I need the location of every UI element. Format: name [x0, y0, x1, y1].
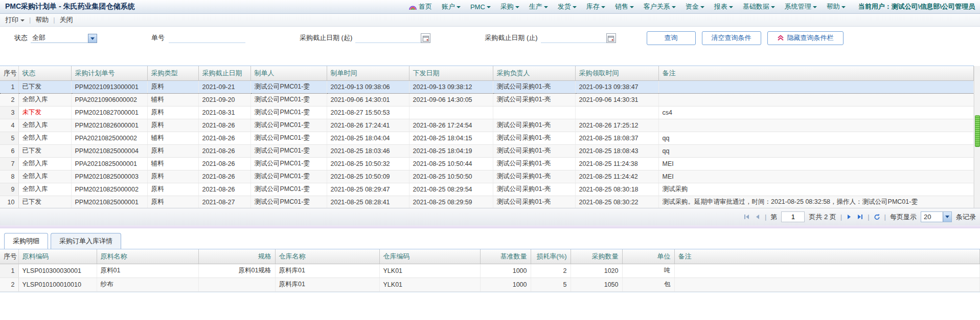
- table-row[interactable]: 2全部入库PPA20210906000002辅料2021-09-20测试公司PM…: [0, 93, 974, 106]
- main-column-header[interactable]: 制单时间: [327, 66, 409, 80]
- hide-filter-bar-button[interactable]: 隐藏查询条件栏: [767, 31, 844, 45]
- main-column-header[interactable]: 备注: [658, 66, 974, 80]
- chevron-down-icon: [20, 19, 25, 22]
- table-row[interactable]: 8全部入库PPM20210825000003原料2021-08-26测试公司PM…: [0, 170, 974, 183]
- main-column-header[interactable]: 状态: [18, 66, 71, 80]
- calendar-icon[interactable]: [606, 33, 616, 43]
- nav-item-2[interactable]: 采购: [500, 2, 519, 11]
- nav-item-4[interactable]: 发货: [558, 2, 577, 11]
- table-cell: 1: [0, 264, 18, 278]
- main-column-header[interactable]: 采购负责人: [493, 66, 575, 80]
- detail-column-header[interactable]: 基准数量: [480, 249, 531, 264]
- main-column-header[interactable]: 采购类型: [147, 66, 198, 80]
- nav-item-6[interactable]: 销售: [615, 2, 634, 11]
- table-cell: 2021-09-13 09:38:12: [409, 80, 493, 93]
- detail-column-header[interactable]: 单位: [622, 249, 674, 264]
- table-cell: 原料: [147, 106, 198, 119]
- prev-page-icon[interactable]: [754, 214, 761, 220]
- table-cell: 2021-08-25 18:04:15: [409, 132, 493, 144]
- detail-column-header[interactable]: 备注: [674, 249, 980, 264]
- table-row[interactable]: 2YLSP010100010010纱布原料库01YLK01100051050包: [0, 278, 980, 291]
- table-row[interactable]: 1已下发PPM20210913000001原料2021-09-21测试公司PMC…: [0, 80, 974, 93]
- table-cell: 测试采购: [658, 183, 974, 196]
- scrollbar-thumb[interactable]: [975, 115, 980, 147]
- nav-item-12[interactable]: 帮助: [827, 2, 846, 11]
- table-cell: 辅料: [147, 157, 198, 170]
- nav-item-11[interactable]: 系统管理: [785, 2, 817, 11]
- table-row[interactable]: 1YLSP010300030001原料01原料01规格原料库01YLK01100…: [0, 264, 980, 278]
- main-column-header[interactable]: 采购领取时间: [575, 66, 658, 80]
- table-cell: 全部入库: [18, 157, 71, 170]
- search-button[interactable]: 查询: [647, 31, 696, 45]
- table-row[interactable]: 3未下发PPM20210827000001原料2021-08-31测试公司PMC…: [0, 106, 974, 119]
- calendar-icon[interactable]: [421, 33, 430, 43]
- table-cell: 原料: [147, 80, 198, 93]
- table-cell: 包: [622, 278, 674, 291]
- table-cell: 2021-08-25 10:50:32: [327, 157, 409, 170]
- page-number-input[interactable]: [781, 211, 805, 222]
- table-cell: 测试采购。延期申请审批通过，时间：2021-08-25 08:32:58，操作人…: [658, 196, 974, 208]
- page-prefix-label: 第: [770, 212, 777, 222]
- detail-column-header[interactable]: 原料编码: [18, 249, 97, 264]
- main-column-header[interactable]: 下发日期: [409, 66, 493, 80]
- detail-column-header[interactable]: 损耗率(%): [531, 249, 571, 264]
- table-cell: 2021-08-26 17:24:41: [327, 119, 409, 132]
- table-row[interactable]: 5全部入库PPA20210825000002辅料2021-08-26测试公司PM…: [0, 132, 974, 144]
- help-button[interactable]: 帮助: [35, 15, 49, 25]
- table-row[interactable]: 4全部入库PPM20210826000001原料2021-08-26测试公司PM…: [0, 119, 974, 132]
- table-row[interactable]: 10已下发PPM20210825000001原料2021-08-27测试公司PM…: [0, 196, 974, 208]
- nav-item-7[interactable]: 客户关系: [644, 2, 676, 11]
- status-select[interactable]: 全部: [31, 33, 97, 43]
- main-column-header[interactable]: 采购计划单号: [71, 66, 147, 80]
- table-cell: 原料库01: [275, 264, 379, 278]
- detail-column-header[interactable]: 仓库编码: [379, 249, 480, 264]
- table-row[interactable]: 7全部入库PPA20210825000001辅料2021-08-26测试公司PM…: [0, 157, 974, 170]
- main-column-header[interactable]: 采购截止日期: [198, 66, 250, 80]
- close-button[interactable]: 关闭: [60, 15, 73, 25]
- table-cell: 测试公司采购01-亮: [493, 132, 575, 144]
- nav-item-0[interactable]: 账户: [442, 2, 461, 11]
- main-column-header[interactable]: 序号: [0, 66, 18, 80]
- detail-column-header[interactable]: 规格: [198, 249, 275, 264]
- chevron-down-icon[interactable]: [88, 34, 97, 43]
- main-column-header[interactable]: 制单人: [250, 66, 327, 80]
- detail-column-header[interactable]: 序号: [0, 249, 18, 264]
- nav-item-1[interactable]: PMC: [470, 3, 491, 11]
- refresh-icon[interactable]: [874, 214, 880, 220]
- next-page-icon[interactable]: [846, 214, 853, 220]
- table-cell: 1050: [571, 278, 622, 291]
- first-page-icon[interactable]: [743, 214, 750, 220]
- nav-item-8[interactable]: 资金: [686, 2, 704, 11]
- per-page-select[interactable]: 20: [921, 211, 952, 222]
- nav-item-10[interactable]: 基础数据: [743, 2, 775, 11]
- tab-order-inbound-detail[interactable]: 采购订单入库详情: [51, 233, 121, 249]
- table-row[interactable]: 9全部入库PPM20210825000002原料2021-08-26测试公司PM…: [0, 183, 974, 196]
- table-cell: 1: [0, 80, 18, 93]
- nav-item-5[interactable]: 库存: [586, 2, 605, 11]
- status-select-value: 全部: [31, 33, 88, 43]
- table-cell: 2021-08-25 08:28:41: [327, 196, 409, 208]
- double-chevron-up-icon: [777, 35, 784, 41]
- table-cell: PPM20210825000004: [71, 144, 147, 157]
- table-cell: 原料: [147, 144, 198, 157]
- vertical-scrollbar[interactable]: [974, 66, 980, 208]
- date-to-label: 采购截止日期 (止): [485, 33, 537, 42]
- chevron-down-icon[interactable]: [943, 212, 951, 222]
- table-row[interactable]: 6已下发PPM20210825000004原料2021-08-26测试公司PMC…: [0, 144, 974, 157]
- date-from-input[interactable]: [355, 33, 421, 43]
- nav-item-9[interactable]: 报表: [714, 2, 733, 11]
- clear-filters-button[interactable]: 清空查询条件: [702, 31, 761, 45]
- detail-column-header[interactable]: 采购数量: [571, 249, 622, 264]
- nav-home[interactable]: 首页: [408, 2, 432, 11]
- last-page-icon[interactable]: [857, 214, 863, 220]
- detail-column-header[interactable]: 原料名称: [97, 249, 198, 264]
- table-cell: 2: [531, 264, 571, 278]
- date-to-input[interactable]: [541, 33, 606, 43]
- detail-column-header[interactable]: 仓库名称: [275, 249, 379, 264]
- nav-item-3[interactable]: 生产: [529, 2, 548, 11]
- table-cell: 2021-08-25 08:29:54: [409, 183, 493, 196]
- docno-input[interactable]: [169, 33, 245, 43]
- table-cell: MEI: [658, 157, 974, 170]
- print-button[interactable]: 打印: [5, 15, 25, 25]
- tab-purchase-detail[interactable]: 采购明细: [4, 233, 48, 249]
